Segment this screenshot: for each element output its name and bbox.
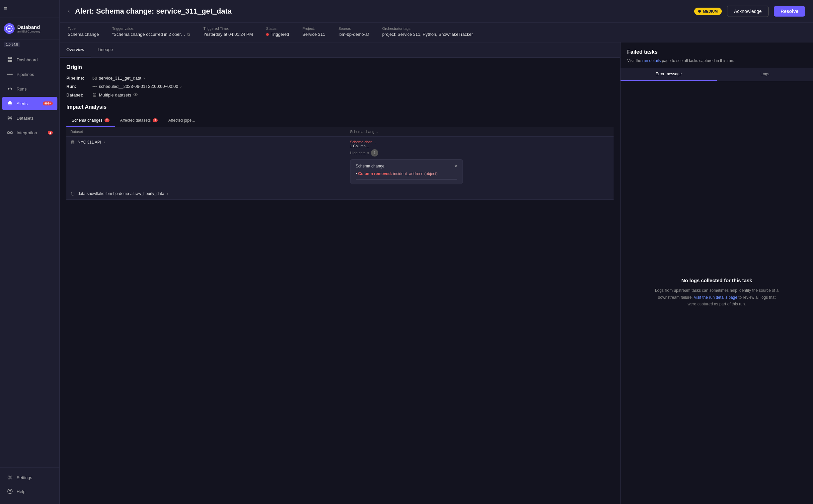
status-label: Status: [266,27,289,31]
schema-changes-label: Schema changes [72,118,102,123]
severity-dot [698,10,701,13]
col-schema-change: Schema chang… [346,127,614,137]
meta-type: Type: Schema change [68,27,99,37]
type-label: Type: [68,27,99,31]
sidebar-item-alerts[interactable]: Alerts 999+ [2,97,57,110]
source-value: ibm-bp-demo-af [339,32,369,37]
popup-header: Schema change: × [356,163,457,169]
pipeline-value: service_311_get_data › [92,76,145,81]
popup-item: • Column removed: incident_address (obje… [356,171,457,176]
integration-badge: 2 [48,131,53,135]
row2-schema-change [346,188,614,200]
orchestrator-label: Orchestrator tags: [382,27,473,31]
sidebar-item-help[interactable]: Help [2,485,57,498]
impact-tab-affected-pipelines[interactable]: Affected pipe… [163,115,201,127]
svg-rect-13 [11,132,12,134]
resolve-button[interactable]: Resolve [774,6,805,17]
dashboard-icon [7,56,13,63]
sidebar-item-integration[interactable]: Integration 2 [2,126,57,139]
no-logs-link[interactable]: Visit the run details page [694,295,737,300]
alerts-icon [7,100,13,107]
run-value: scheduled__2023-06-01T22:00:00+00:00 › [92,84,181,89]
meta-row: Type: Schema change Trigger value: "Sche… [60,23,813,42]
meta-orchestrator: Orchestrator tags: project: Service 311,… [382,27,473,37]
desc-prefix: Visit the [627,58,643,63]
svg-rect-2 [10,57,12,59]
pipelines-icon [7,71,13,78]
origin-run-row: Run: scheduled__2023-06-01T22:00:00+00:0… [66,84,614,89]
row1-arrow[interactable]: › [104,140,105,145]
sidebar-item-runs[interactable]: Runs [2,82,57,95]
affected-datasets-badge: 2 [153,118,157,122]
dataset-icon [92,93,97,97]
sidebar-item-settings[interactable]: Settings [2,471,57,484]
svg-point-14 [9,477,11,478]
sidebar-item-label: Help [17,489,26,494]
impact-tab-affected-datasets[interactable]: Affected datasets 2 [115,115,163,127]
row2-arrow[interactable]: › [167,191,168,196]
trigger-value: "Schema change occurred in 2 opera… ⧉ [112,32,190,37]
run-details-link[interactable]: run details [643,58,661,63]
eye-icon[interactable]: 👁 [133,92,138,97]
sidebar-logo: Databand an IBM Company [0,18,59,39]
popup-col-label: Column removed: [358,171,392,176]
tab-logs[interactable]: Logs [717,68,813,81]
sidebar-item-datasets[interactable]: Datasets [2,111,57,125]
menu-icon[interactable]: ≡ [4,5,8,12]
tab-lineage[interactable]: Lineage [91,42,119,57]
main-tabs: Overview Lineage [60,42,620,58]
trigger-label: Trigger value: [112,27,190,31]
dataset-value-text: Multiple datasets [99,93,131,97]
settings-icon [7,474,13,481]
run-icon [92,84,97,89]
orchestrator-value: project: Service 311, Python, SnowflakeT… [382,32,473,37]
back-button[interactable]: ‹ [68,8,70,15]
row1-name: NYC 311 API [78,140,101,145]
popup-title: Schema change: [356,164,386,168]
origin-dataset-row: Dataset: Multiple datasets 👁 [66,92,614,97]
sidebar-item-label: Pipelines [17,72,34,77]
status-value-text: Triggered [271,32,289,37]
table-row: NYC 311 API › Schema chan… 1 Column… Hid… [66,137,614,188]
row1-schema-change: Schema chan… 1 Column… Hide details 1 [350,140,609,184]
no-logs-title: No logs collected for this task [681,278,752,283]
affected-datasets-label: Affected datasets [120,118,151,123]
meta-status: Status: Triggered [266,27,289,37]
svg-point-17 [94,86,95,87]
tab-overview[interactable]: Overview [60,42,91,57]
pipeline-icon [92,76,97,81]
run-arrow[interactable]: › [180,84,181,89]
sidebar-nav: Dashboard Pipelines Runs Alerts 999+ D [0,50,59,467]
page-title: Alert: Schema change: service_311_get_da… [75,7,689,16]
tab-error-message[interactable]: Error message [621,68,717,81]
failed-tasks-title: Failed tasks [627,49,806,55]
sidebar-item-label: Runs [17,87,27,92]
sidebar-item-label: Settings [17,475,32,480]
runs-icon [7,86,13,92]
copy-icon[interactable]: ⧉ [187,32,190,37]
sidebar-header: ≡ [0,0,59,18]
sidebar-bottom: Settings Help [0,467,59,504]
sidebar-item-dashboard[interactable]: Dashboard [2,53,57,66]
db-icon-2 [70,191,75,196]
impact-tab-schema-changes[interactable]: Schema changes 2 [66,115,115,127]
pipeline-value-text: service_311_get_data [99,76,141,81]
content-area: Overview Lineage Origin Pipeline: servic… [60,42,813,504]
col-dataset: Dataset [66,127,346,137]
source-label: Source: [339,27,369,31]
schema-change-popup: Schema change: × • Column removed: incid… [350,159,463,184]
svg-point-7 [11,74,13,75]
popup-close-button[interactable]: × [455,163,457,169]
hide-details-link[interactable]: Hide details [350,151,369,155]
meta-trigger: Trigger value: "Schema change occurred i… [112,27,190,37]
trigger-value-text: "Schema change occurred in 2 opera… [112,32,185,37]
logo-text: Databand an IBM Company [17,24,40,33]
sidebar-item-pipelines[interactable]: Pipelines [2,68,57,81]
impact-title: Impact Analysis [66,104,614,110]
pipeline-arrow[interactable]: › [143,76,145,81]
acknowledge-button[interactable]: Acknowledge [727,6,769,17]
run-value-text: scheduled__2023-06-01T22:00:00+00:00 [99,84,178,89]
sidebar-item-label: Alerts [17,101,28,106]
datasets-icon [7,115,13,121]
sidebar-item-label: Datasets [17,116,33,121]
